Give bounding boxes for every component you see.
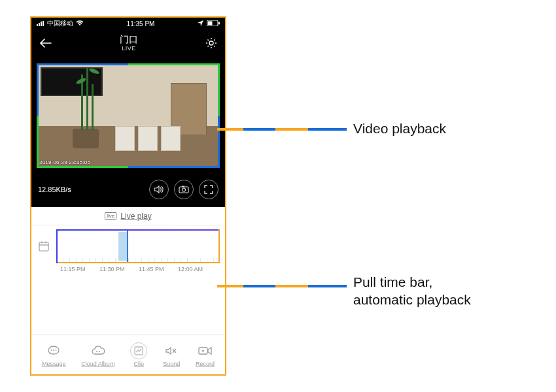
nav-label: Clip xyxy=(133,361,144,367)
calendar-button[interactable] xyxy=(37,229,51,263)
timeline-row xyxy=(31,225,225,267)
location-icon xyxy=(198,20,203,27)
annotation-video-playback: Video playback xyxy=(353,120,446,137)
header-bar: 门口 LIVE xyxy=(31,29,225,57)
clock-label: 11:35 PM xyxy=(127,20,155,27)
annotation-time-bar: Pull time bar, automatic playback xyxy=(353,273,471,309)
timeline-labels: 11:15 PM 11:30 PM 11:45 PM 12:00 AM xyxy=(31,266,225,272)
nav-record[interactable]: Record xyxy=(196,342,215,367)
bitrate-label: 12.85KB/s xyxy=(38,186,71,193)
live-badge-icon: live xyxy=(105,212,116,220)
fullscreen-button[interactable] xyxy=(199,180,218,199)
nav-label: Sound xyxy=(163,361,180,367)
nav-message[interactable]: Message xyxy=(42,342,66,367)
svg-rect-6 xyxy=(218,22,220,24)
battery-icon xyxy=(207,20,220,27)
nav-sound[interactable]: Sound xyxy=(163,342,180,367)
sound-icon xyxy=(163,342,180,359)
svg-point-19 xyxy=(96,351,97,352)
timeline-bar[interactable] xyxy=(56,229,220,263)
wifi-icon xyxy=(76,20,84,27)
camera-title: 门口 xyxy=(120,34,138,45)
bottom-nav: Message Cloud Album Clip Sound Record xyxy=(31,334,225,374)
svg-rect-3 xyxy=(43,21,44,26)
svg-point-25 xyxy=(202,350,204,351)
live-play-label: Live play xyxy=(120,212,151,221)
svg-point-18 xyxy=(56,350,57,351)
cloud-icon xyxy=(90,342,107,359)
nav-label: Message xyxy=(42,361,66,367)
video-timestamp: 2019-06-29 23:35:05 xyxy=(39,159,90,165)
svg-point-9 xyxy=(182,188,186,191)
mute-button[interactable] xyxy=(149,180,169,199)
svg-rect-10 xyxy=(182,186,184,188)
svg-point-17 xyxy=(53,350,54,351)
nav-label: Record xyxy=(196,361,215,367)
svg-rect-5 xyxy=(208,21,213,25)
time-label: 11:15 PM xyxy=(60,266,86,272)
timeline-cursor[interactable] xyxy=(127,231,128,262)
time-label: 11:45 PM xyxy=(139,266,164,272)
svg-rect-8 xyxy=(179,187,188,193)
nav-clip[interactable]: Clip xyxy=(130,342,147,367)
video-viewport[interactable]: 2019-06-29 23:35:05 xyxy=(37,63,220,168)
time-label: 12:00 AM xyxy=(178,266,203,272)
svg-point-16 xyxy=(51,350,52,351)
time-label: 11:30 PM xyxy=(99,266,125,272)
signal-icon xyxy=(37,20,44,27)
nav-label: Cloud Album xyxy=(81,361,114,367)
nav-cloud-album[interactable]: Cloud Album xyxy=(81,342,114,367)
svg-point-20 xyxy=(99,351,100,352)
video-controls: 12.85KB/s xyxy=(31,173,225,207)
record-icon xyxy=(197,342,214,359)
svg-point-7 xyxy=(209,41,213,45)
live-play-tab[interactable]: live Live play xyxy=(31,207,225,225)
live-indicator: LIVE xyxy=(120,45,138,52)
carrier-label: 中国移动 xyxy=(47,19,73,28)
settings-button[interactable] xyxy=(205,37,217,49)
svg-rect-0 xyxy=(37,24,38,26)
back-button[interactable] xyxy=(39,38,52,48)
svg-rect-1 xyxy=(39,23,40,26)
message-icon xyxy=(45,342,62,359)
phone-frame: 中国移动 11:35 PM 门口 LIVE xyxy=(30,16,226,376)
svg-rect-2 xyxy=(41,22,42,26)
annotation-line xyxy=(217,128,347,131)
annotation-line xyxy=(217,285,347,287)
video-area: 2019-06-29 23:35:05 xyxy=(31,57,225,173)
clip-icon xyxy=(130,342,147,359)
svg-rect-11 xyxy=(39,242,48,251)
status-bar: 中国移动 11:35 PM xyxy=(31,18,225,29)
snapshot-button[interactable] xyxy=(174,180,194,199)
